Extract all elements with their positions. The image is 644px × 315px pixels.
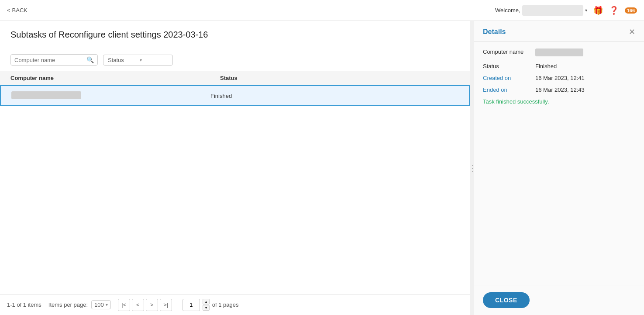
details-body: Computer name Status Finished Created on… bbox=[474, 42, 644, 285]
next-page-button[interactable]: > bbox=[146, 299, 158, 311]
page-input-area: ▴ ▾ of 1 pages bbox=[183, 299, 239, 311]
back-button[interactable]: < BACK bbox=[7, 7, 28, 14]
detail-ended-row: Ended on 16 Mar 2023, 12:43 bbox=[483, 87, 635, 93]
nav-left: < BACK bbox=[7, 7, 28, 14]
table-row[interactable]: Finished bbox=[0, 85, 470, 106]
items-per-page-area: Items per page: 100 ▾ bbox=[48, 300, 111, 309]
details-title: Details bbox=[483, 28, 506, 36]
page-title-area: Subtasks of Reconfigure client settings … bbox=[0, 21, 470, 47]
details-header: Details ✕ bbox=[474, 21, 644, 42]
status-detail-value: Finished bbox=[535, 63, 557, 69]
created-on-value: 16 Mar 2023, 12:41 bbox=[535, 75, 585, 81]
detail-created-row: Created on 16 Mar 2023, 12:41 bbox=[483, 75, 635, 81]
of-pages-label: of 1 pages bbox=[212, 301, 239, 308]
resize-handle[interactable]: ⋮ bbox=[470, 21, 474, 315]
column-header-status: Status bbox=[220, 75, 459, 81]
table-header: Computer name Status bbox=[0, 71, 470, 85]
back-label: BACK bbox=[12, 7, 28, 14]
ended-on-label: Ended on bbox=[483, 87, 535, 93]
welcome-label: Welcome, bbox=[495, 7, 520, 14]
per-page-dropdown[interactable]: 100 ▾ bbox=[91, 300, 111, 309]
success-message: Task finished successfully. bbox=[483, 98, 635, 105]
pagination-controls: |< < > >| bbox=[118, 299, 172, 311]
footer: 1-1 of 1 items Items per page: 100 ▾ |< … bbox=[0, 294, 470, 315]
back-arrow-icon: < bbox=[7, 7, 10, 14]
user-name-display bbox=[522, 5, 583, 16]
page-up-button[interactable]: ▴ bbox=[203, 299, 210, 305]
detail-computer-name-row: Computer name bbox=[483, 48, 635, 58]
top-nav: < BACK Welcome, ▾ 🎁 ❓ 166 bbox=[0, 0, 644, 21]
right-panel: Details ✕ Computer name Status Finished … bbox=[474, 21, 644, 315]
main-layout: Subtasks of Reconfigure client settings … bbox=[0, 21, 644, 315]
per-page-dropdown-icon: ▾ bbox=[106, 302, 108, 307]
ended-on-value: 16 Mar 2023, 12:43 bbox=[535, 87, 585, 93]
cell-computer-name bbox=[11, 91, 210, 100]
created-on-label: Created on bbox=[483, 75, 535, 81]
first-page-button[interactable]: |< bbox=[118, 299, 130, 311]
nav-right: Welcome, ▾ 🎁 ❓ 166 bbox=[495, 5, 637, 16]
per-page-value: 100 bbox=[94, 301, 104, 308]
close-details-button[interactable]: CLOSE bbox=[483, 292, 530, 308]
filters-area: 🔍 Status ▾ bbox=[0, 47, 470, 71]
search-input[interactable] bbox=[14, 57, 84, 63]
notification-badge[interactable]: 166 bbox=[625, 7, 637, 14]
status-detail-label: Status bbox=[483, 63, 535, 69]
computer-name-blurred bbox=[11, 91, 81, 99]
help-icon[interactable]: ❓ bbox=[609, 6, 619, 15]
page-down-button[interactable]: ▾ bbox=[203, 305, 210, 311]
computer-name-value bbox=[535, 48, 583, 58]
table-area: Computer name Status Finished bbox=[0, 71, 470, 294]
page-spinners: ▴ ▾ bbox=[203, 299, 210, 311]
status-dropdown-label: Status bbox=[108, 57, 136, 63]
detail-status-row: Status Finished bbox=[483, 63, 635, 69]
computer-name-label: Computer name bbox=[483, 48, 535, 55]
gift-icon[interactable]: 🎁 bbox=[593, 6, 603, 15]
cell-status: Finished bbox=[210, 93, 458, 99]
close-panel-button[interactable]: ✕ bbox=[629, 28, 635, 36]
last-page-button[interactable]: >| bbox=[160, 299, 172, 311]
prev-page-button[interactable]: < bbox=[132, 299, 144, 311]
left-panel: Subtasks of Reconfigure client settings … bbox=[0, 21, 470, 315]
welcome-dropdown-icon[interactable]: ▾ bbox=[585, 8, 587, 13]
items-per-page-label: Items per page: bbox=[48, 301, 88, 308]
details-footer: CLOSE bbox=[474, 285, 644, 315]
items-count: 1-1 of 1 items bbox=[7, 301, 41, 308]
search-icon: 🔍 bbox=[86, 56, 94, 63]
page-title: Subtasks of Reconfigure client settings … bbox=[10, 30, 459, 40]
computer-name-search[interactable]: 🔍 bbox=[10, 54, 98, 66]
column-header-computer: Computer name bbox=[10, 75, 220, 81]
welcome-area: Welcome, ▾ bbox=[495, 5, 587, 16]
computer-name-value-blurred bbox=[535, 48, 583, 56]
page-number-input[interactable] bbox=[183, 299, 200, 311]
status-filter-dropdown[interactable]: Status ▾ bbox=[103, 55, 173, 66]
status-dropdown-icon: ▾ bbox=[140, 58, 168, 62]
